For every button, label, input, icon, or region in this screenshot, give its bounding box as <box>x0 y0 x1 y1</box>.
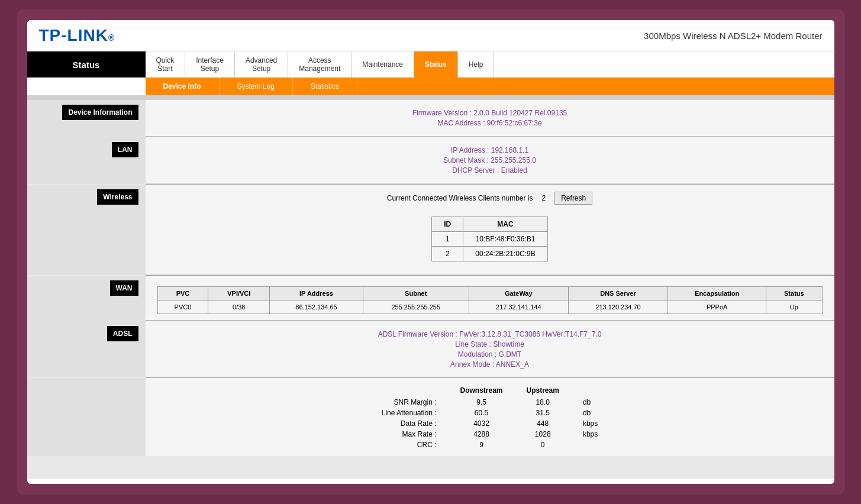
sub-nav-statistics[interactable]: Statistics <box>293 77 357 95</box>
sub-nav-system-log[interactable]: System Log <box>220 77 293 95</box>
wan-header-encap: Encapsulation <box>668 287 766 301</box>
adsl-datarate-downstream: 4032 <box>449 418 515 429</box>
wan-subnet: 255.255.255.255 <box>363 301 469 314</box>
wan-table: PVC VPI/VCI IP Address Subnet GateWay DN… <box>157 286 823 314</box>
wan-gateway: 217.32.141.144 <box>469 301 568 314</box>
wan-vpivci: 0/38 <box>208 301 270 314</box>
lan-content: IP Address : 192.168.1.1 Subnet Mask : 2… <box>146 137 834 184</box>
adsl-maxrate-label: Max Rate : <box>370 429 449 440</box>
modulation-line: Modulation : G.DMT <box>157 350 823 358</box>
adsl-crc-row: CRC : 9 0 <box>370 440 610 450</box>
adsl-datarate-row: Data Rate : 4032 448 kbps <box>370 418 610 429</box>
nav-status-label: Status <box>27 51 146 77</box>
adsl-maxrate-row: Max Rate : 4288 1028 kbps <box>370 429 610 440</box>
wan-row: WAN PVC VPI/VCI IP Address Subnet GateWa… <box>27 276 834 321</box>
wan-header-subnet: Subnet <box>363 287 469 301</box>
nav-status[interactable]: Status <box>414 51 458 77</box>
adsl-section-label: ADSL <box>107 326 138 341</box>
nav-advanced-setup[interactable]: AdvancedSetup <box>235 51 288 77</box>
lan-row: LAN IP Address : 192.168.1.1 Subnet Mask… <box>27 137 834 184</box>
wireless-table-header-mac: MAC <box>463 217 547 232</box>
adsl-maxrate-upstream: 1028 <box>515 429 571 440</box>
modulation-label: Modulation <box>458 350 493 358</box>
device-info-section-label: Device Information <box>62 105 138 120</box>
sub-nav: Device Info System Log Statistics <box>146 77 834 95</box>
nav-interface-setup[interactable]: InterfaceSetup <box>185 51 235 77</box>
dhcp-server-label: DHCP Server <box>452 166 495 175</box>
wan-header-vpivci: VPI/VCI <box>208 287 270 301</box>
separator <box>27 95 834 100</box>
mac-address-line: MAC Address : 90:f6:52:c6:67:3e <box>157 119 823 127</box>
wireless-section-label: Wireless <box>97 189 138 205</box>
line-state-line: Line State : Showtime <box>157 340 823 348</box>
client-2-mac: 00:24:2B:21:0C:9B <box>463 247 547 261</box>
subnet-mask-label: Subnet Mask <box>443 156 485 164</box>
wireless-table-wrapper: ID MAC 1 10:BF:48:F0:36:B1 <box>157 211 823 267</box>
device-info-row: Device Information Firmware Version : 2.… <box>27 100 834 137</box>
content-area: Device Information Firmware Version : 2.… <box>27 100 834 479</box>
nav-access-management[interactable]: AccessManagement <box>288 51 352 77</box>
wan-section-label: WAN <box>110 280 138 296</box>
adsl-atten-upstream: 31.5 <box>515 408 571 418</box>
connected-clients-count: 2 <box>542 194 546 202</box>
nav-access-management-label: AccessManagement <box>299 56 340 73</box>
nav-maintenance-label: Maintenance <box>362 60 403 69</box>
adsl-stats-row: Downstream Upstream SNR Margin : 9.5 18.… <box>27 378 834 456</box>
nav-quick-start-label: QuickStart <box>156 56 175 73</box>
adsl-crc-unit <box>571 440 610 450</box>
client-2-id: 2 <box>432 247 463 261</box>
sub-nav-spacer <box>27 77 146 95</box>
adsl-datarate-upstream: 448 <box>515 418 571 429</box>
page-body: Device Information Firmware Version : 2.… <box>27 100 834 479</box>
sub-nav-wrapper: Device Info System Log Statistics <box>27 77 834 95</box>
adsl-datarate-unit: kbps <box>571 418 610 429</box>
nav-help-label: Help <box>469 60 483 69</box>
wan-header-pvc: PVC <box>157 287 208 301</box>
wireless-clients-info: Current Connected Wireless Clients numbe… <box>157 192 823 205</box>
adsl-snr-upstream: 18.0 <box>515 397 571 408</box>
adsl-datarate-label: Data Rate : <box>370 418 449 429</box>
wan-header-status: Status <box>766 287 822 301</box>
device-info-content: Firmware Version : 2.0.0 Build 120427 Re… <box>146 100 834 137</box>
subnet-mask-value: 255.255.255.0 <box>491 156 536 164</box>
adsl-upstream-header: Upstream <box>515 384 571 397</box>
nav-help[interactable]: Help <box>458 51 495 77</box>
refresh-button[interactable]: Refresh <box>554 192 592 205</box>
line-state-label: Line State <box>455 340 487 348</box>
adsl-snr-downstream: 9.5 <box>449 397 515 408</box>
adsl-snr-unit: db <box>571 397 610 408</box>
modulation-value: G.DMT <box>499 350 522 358</box>
adsl-snr-label: SNR Margin : <box>370 397 449 408</box>
annex-mode-label: Annex Mode <box>450 360 490 369</box>
adsl-attenuation-row: Line Attenuation : 60.5 31.5 db <box>370 408 610 418</box>
adsl-maxrate-unit: kbps <box>571 429 610 440</box>
adsl-maxrate-downstream: 4288 <box>449 429 515 440</box>
router-title: 300Mbps Wireless N ADSL2+ Modem Router <box>644 31 822 41</box>
nav-advanced-setup-label: AdvancedSetup <box>246 56 277 73</box>
wan-content: PVC VPI/VCI IP Address Subnet GateWay DN… <box>146 276 834 321</box>
nav-bar: Status QuickStart InterfaceSetup Advance… <box>27 51 834 77</box>
nav-items: QuickStart InterfaceSetup AdvancedSetup … <box>146 51 834 77</box>
adsl-crc-downstream: 9 <box>449 440 515 450</box>
ip-address-line: IP Address : 192.168.1.1 <box>157 146 823 154</box>
client-1-id: 1 <box>432 232 463 247</box>
dhcp-server-line: DHCP Server : Enabled <box>157 166 823 175</box>
adsl-atten-unit: db <box>571 408 610 418</box>
wan-dns: 213.120.234.70 <box>568 301 667 314</box>
adsl-stats-sidebar <box>27 378 146 456</box>
adsl-firmware-line: ADSL Firmware Version : FwVer:3.12.8.31_… <box>157 330 823 338</box>
firmware-version-label: Firmware Version <box>412 109 467 117</box>
wan-pvc: PVC0 <box>157 301 208 314</box>
nav-quick-start[interactable]: QuickStart <box>146 51 186 77</box>
sub-nav-device-info[interactable]: Device Info <box>146 77 220 95</box>
nav-maintenance[interactable]: Maintenance <box>352 51 414 77</box>
mac-address-label: MAC Address <box>437 119 481 127</box>
adsl-firmware-value: FwVer:3.12.8.31_TC3086 HwVer:T14.F7_7.0 <box>459 330 601 338</box>
client-1-mac: 10:BF:48:F0:36:B1 <box>463 232 547 247</box>
wan-header-ip: IP Address <box>270 287 363 301</box>
wireless-table-header-id: ID <box>432 217 463 232</box>
adsl-crc-upstream: 0 <box>515 440 571 450</box>
adsl-atten-downstream: 60.5 <box>449 408 515 418</box>
wireless-content: Current Connected Wireless Clients numbe… <box>146 185 834 275</box>
wan-ip: 86.152.134.65 <box>270 301 363 314</box>
